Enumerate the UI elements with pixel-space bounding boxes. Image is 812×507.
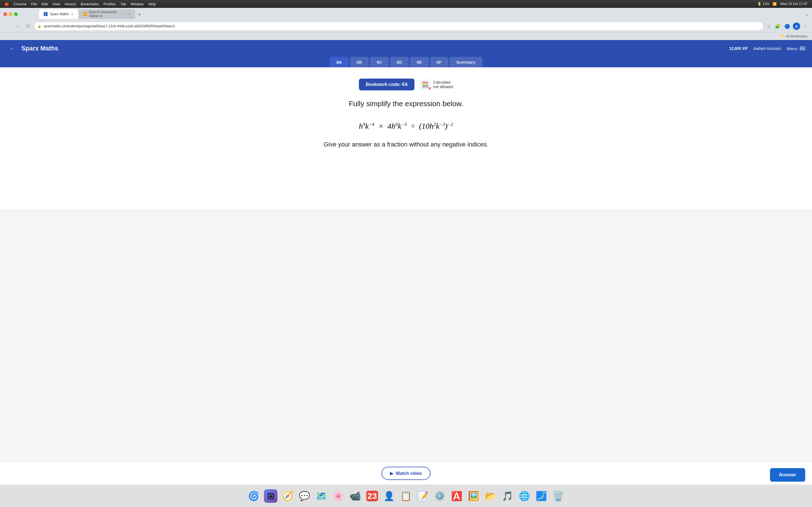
bookwork-row: Bookwork code: 6A 🧮 ✕ Calculator not all… [359,78,453,91]
subject-tabs: 6A 6B 6C 6D 6E 6F Summary [0,57,812,67]
menu-chrome[interactable]: Chrome [13,2,27,6]
question-text: Fully simplify the expression below. [349,100,463,108]
sparx-logo: Sparx Maths [21,45,58,52]
ai-favicon: B [83,12,87,16]
profile-avatar[interactable]: A [793,22,800,30]
tab-6e[interactable]: 6E [410,57,428,67]
back-nav-button[interactable]: ← [3,22,11,30]
menu-help[interactable]: Help [148,2,156,6]
xp-badge: 12,800 XP [729,46,748,51]
menu-file[interactable]: File [31,2,37,6]
menu-left: 🍎 Chrome File Edit View History Bookmark… [4,2,156,6]
calculator-label: Calculator [433,80,453,84]
browser-tabs: S Sparx Maths ✕ B Best AI Homework Helpe… [37,9,146,19]
reload-button[interactable]: ↺ [24,22,32,30]
calculator-icon: 🧮 ✕ [420,79,430,90]
tab-menu-button[interactable]: ⌄ [805,11,809,17]
tab-6b[interactable]: 6B [350,57,369,67]
menu-tab[interactable]: Tab [120,2,126,6]
tab-6f[interactable]: 6F [430,57,449,67]
sparx-app: ← Sparx Maths 12,800 XP Aadam Hussain Me… [0,40,812,209]
calculator-status-text: Calculator not allowed [433,80,453,89]
menu-label: Menu [786,46,797,51]
user-name: Aadam Hussain [753,46,781,51]
macos-menubar: 🍎 Chrome File Edit View History Bookmark… [0,0,812,8]
calculator-x-icon: ✕ [428,86,432,91]
header-left: ← Sparx Maths [7,43,58,54]
menu-right: 🔋 11% 📶 Wed 23 Oct 17:47 [757,2,808,6]
menu-profiles[interactable]: Profiles [103,2,116,6]
tab-sparx-label: Sparx Maths [50,12,69,16]
close-button[interactable] [3,12,7,16]
address-bar-row: ← → ↺ 🔒 sparxmaths.uk/student/package/ae… [0,20,812,32]
calculator-not-allowed: not allowed [433,84,453,89]
bookmark-star-icon[interactable]: ☆ [766,22,772,30]
menu-edit[interactable]: Edit [42,2,48,6]
sparx-favicon: S [44,12,48,16]
menu-bookmarks[interactable]: Bookmarks [81,2,99,6]
battery-icon: 🔋 11% [757,2,769,6]
math-expression: h9k−4 × 4h6k−5 ÷ (10h2k−3)−2 [359,122,453,131]
all-bookmarks-button[interactable]: 📁 All Bookmarks [780,34,808,38]
sparx-header: ← Sparx Maths 12,800 XP Aadam Hussain Me… [0,40,812,57]
calculator-info: 🧮 ✕ Calculator not allowed [420,79,453,90]
apple-logo: 🍎 [4,2,9,6]
main-content: Bookwork code: 6A 🧮 ✕ Calculator not all… [0,67,812,208]
extensions-icon[interactable]: 🧩 [774,22,781,30]
hamburger-icon [800,47,805,50]
forward-nav-button[interactable]: → [13,22,21,30]
tab-ai-label: Best AI Homework Helper & [89,10,126,18]
all-bookmarks-label: All Bookmarks [786,34,808,38]
wifi-icon: 📶 [772,2,777,6]
menu-button[interactable]: Menu [786,46,805,51]
menu-window[interactable]: Window [131,2,144,6]
chrome-titlebar: S Sparx Maths ✕ B Best AI Homework Helpe… [0,8,812,20]
toolbar-icons: ☆ 🧩 🔵 A ⋮ [766,22,809,30]
extension2-icon[interactable]: 🔵 [783,22,791,30]
tab-summary[interactable]: Summary [449,57,482,67]
maximize-button[interactable] [14,12,18,16]
tab-6a[interactable]: 6A [330,57,349,67]
header-right: 12,800 XP Aadam Hussain Menu [729,46,805,51]
tab-sparx[interactable]: S Sparx Maths ✕ [39,9,78,19]
lock-icon: 🔒 [38,24,42,28]
url-display: sparxmaths.uk/student/package/ae09aa17-2… [44,24,175,28]
instruction-text: Give your answer as a fraction without a… [324,140,489,149]
menu-view[interactable]: View [52,2,60,6]
menu-history[interactable]: History [65,2,76,6]
chrome-menu-icon[interactable]: ⋮ [802,22,809,30]
tab-ai-close[interactable]: ✕ [128,12,131,16]
new-tab-button[interactable]: + [136,11,143,19]
back-arrow-button[interactable]: ← [7,43,17,54]
bookmarks-bar: 📁 All Bookmarks [0,32,812,40]
chrome-browser: S Sparx Maths ✕ B Best AI Homework Helpe… [0,8,812,40]
tab-ai[interactable]: B Best AI Homework Helper & ✕ [79,9,135,19]
address-bar[interactable]: 🔒 sparxmaths.uk/student/package/ae09aa17… [34,22,763,31]
traffic-lights[interactable] [3,12,18,16]
tab-sparx-close[interactable]: ✕ [71,12,73,16]
datetime: Wed 23 Oct 17:47 [780,2,808,6]
subject-tabs-container: 6A 6B 6C 6D 6E 6F Summary [0,57,812,67]
tab-6d[interactable]: 6D [390,57,409,67]
bookmarks-folder-icon: 📁 [780,34,784,38]
math-display: h9k−4 × 4h6k−5 ÷ (10h2k−3)−2 [359,122,453,131]
bookwork-code: Bookwork code: 6A [359,78,414,91]
minimize-button[interactable] [9,12,12,16]
tab-6c[interactable]: 6C [370,57,389,67]
